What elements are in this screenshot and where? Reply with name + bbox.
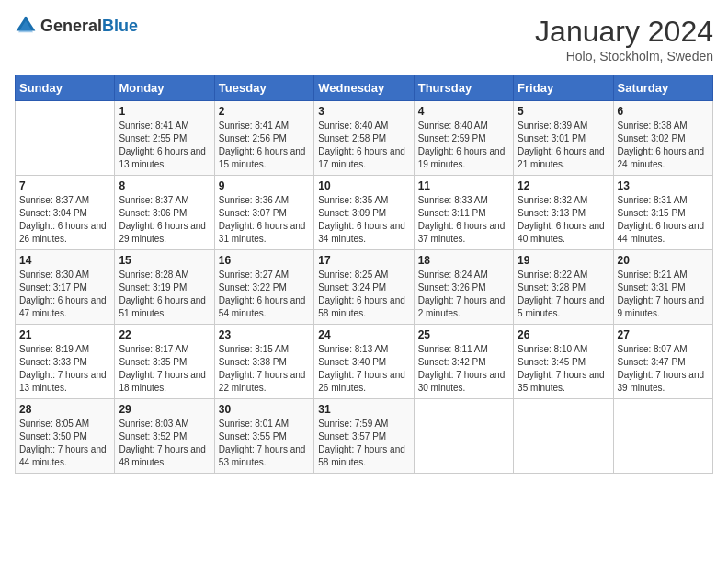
day-number: 11 bbox=[418, 179, 509, 192]
day-info: Sunrise: 8:32 AMSunset: 3:13 PMDaylight:… bbox=[518, 194, 609, 246]
calendar-cell: 23Sunrise: 8:15 AMSunset: 3:38 PMDayligh… bbox=[214, 325, 313, 399]
day-number: 18 bbox=[418, 254, 509, 267]
day-info: Sunrise: 8:37 AMSunset: 3:04 PMDaylight:… bbox=[19, 194, 110, 246]
calendar-cell: 27Sunrise: 8:07 AMSunset: 3:47 PMDayligh… bbox=[613, 325, 712, 399]
day-number: 22 bbox=[119, 328, 210, 341]
calendar-cell bbox=[514, 399, 613, 474]
day-info: Sunrise: 8:11 AMSunset: 3:42 PMDaylight:… bbox=[418, 343, 509, 395]
week-row-0: 1Sunrise: 8:41 AMSunset: 2:55 PMDaylight… bbox=[16, 101, 713, 176]
day-info: Sunrise: 7:59 AMSunset: 3:57 PMDaylight:… bbox=[318, 418, 409, 469]
calendar-cell: 5Sunrise: 8:39 AMSunset: 3:01 PMDaylight… bbox=[514, 101, 613, 176]
weekday-header-row: SundayMondayTuesdayWednesdayThursdayFrid… bbox=[16, 75, 713, 101]
week-row-4: 28Sunrise: 8:05 AMSunset: 3:50 PMDayligh… bbox=[16, 399, 713, 474]
day-number: 19 bbox=[518, 254, 609, 267]
calendar-cell bbox=[16, 101, 115, 176]
calendar-cell: 28Sunrise: 8:05 AMSunset: 3:50 PMDayligh… bbox=[16, 399, 115, 474]
calendar-cell: 19Sunrise: 8:22 AMSunset: 3:28 PMDayligh… bbox=[514, 250, 613, 325]
day-number: 28 bbox=[19, 403, 110, 416]
day-info: Sunrise: 8:07 AMSunset: 3:47 PMDaylight:… bbox=[618, 343, 709, 395]
day-info: Sunrise: 8:39 AMSunset: 3:01 PMDaylight:… bbox=[518, 120, 609, 171]
day-info: Sunrise: 8:13 AMSunset: 3:40 PMDaylight:… bbox=[318, 343, 409, 395]
day-info: Sunrise: 8:28 AMSunset: 3:19 PMDaylight:… bbox=[119, 269, 210, 320]
day-number: 23 bbox=[219, 328, 310, 341]
calendar-cell: 24Sunrise: 8:13 AMSunset: 3:40 PMDayligh… bbox=[314, 325, 414, 399]
day-number: 6 bbox=[618, 105, 709, 118]
day-info: Sunrise: 8:38 AMSunset: 3:02 PMDaylight:… bbox=[618, 120, 709, 171]
calendar-cell: 12Sunrise: 8:32 AMSunset: 3:13 PMDayligh… bbox=[514, 176, 613, 250]
day-info: Sunrise: 8:37 AMSunset: 3:06 PMDaylight:… bbox=[119, 194, 210, 246]
month-title: January 2024 bbox=[535, 15, 713, 49]
logo-general: General bbox=[40, 17, 102, 35]
day-number: 14 bbox=[19, 254, 110, 267]
day-info: Sunrise: 8:03 AMSunset: 3:52 PMDaylight:… bbox=[119, 418, 210, 469]
day-info: Sunrise: 8:33 AMSunset: 3:11 PMDaylight:… bbox=[418, 194, 509, 246]
logo-icon bbox=[15, 15, 37, 37]
day-number: 26 bbox=[518, 328, 609, 341]
weekday-header-saturday: Saturday bbox=[613, 75, 712, 101]
calendar-cell: 30Sunrise: 8:01 AMSunset: 3:55 PMDayligh… bbox=[214, 399, 313, 474]
title-block: January 2024 Holo, Stockholm, Sweden bbox=[535, 15, 713, 63]
week-row-2: 14Sunrise: 8:30 AMSunset: 3:17 PMDayligh… bbox=[16, 250, 713, 325]
day-info: Sunrise: 8:10 AMSunset: 3:45 PMDaylight:… bbox=[518, 343, 609, 395]
day-info: Sunrise: 8:40 AMSunset: 2:58 PMDaylight:… bbox=[318, 120, 409, 171]
day-number: 2 bbox=[219, 105, 310, 118]
location: Holo, Stockholm, Sweden bbox=[535, 49, 713, 63]
weekday-header-sunday: Sunday bbox=[16, 75, 115, 101]
weekday-header-tuesday: Tuesday bbox=[214, 75, 313, 101]
day-number: 8 bbox=[119, 179, 210, 192]
calendar-cell: 20Sunrise: 8:21 AMSunset: 3:31 PMDayligh… bbox=[613, 250, 712, 325]
calendar-cell bbox=[613, 399, 712, 474]
day-number: 29 bbox=[119, 403, 210, 416]
day-number: 4 bbox=[418, 105, 509, 118]
day-info: Sunrise: 8:15 AMSunset: 3:38 PMDaylight:… bbox=[219, 343, 310, 395]
day-number: 17 bbox=[318, 254, 409, 267]
day-info: Sunrise: 8:01 AMSunset: 3:55 PMDaylight:… bbox=[219, 418, 310, 469]
day-info: Sunrise: 8:40 AMSunset: 2:59 PMDaylight:… bbox=[418, 120, 509, 171]
day-info: Sunrise: 8:05 AMSunset: 3:50 PMDaylight:… bbox=[19, 418, 110, 469]
calendar-cell: 15Sunrise: 8:28 AMSunset: 3:19 PMDayligh… bbox=[115, 250, 214, 325]
calendar-cell: 16Sunrise: 8:27 AMSunset: 3:22 PMDayligh… bbox=[214, 250, 313, 325]
day-number: 3 bbox=[318, 105, 409, 118]
calendar-cell: 21Sunrise: 8:19 AMSunset: 3:33 PMDayligh… bbox=[16, 325, 115, 399]
day-number: 20 bbox=[618, 254, 709, 267]
day-info: Sunrise: 8:31 AMSunset: 3:15 PMDaylight:… bbox=[618, 194, 709, 246]
calendar-cell: 26Sunrise: 8:10 AMSunset: 3:45 PMDayligh… bbox=[514, 325, 613, 399]
day-number: 31 bbox=[318, 403, 409, 416]
day-number: 7 bbox=[19, 179, 110, 192]
day-number: 15 bbox=[119, 254, 210, 267]
weekday-header-wednesday: Wednesday bbox=[314, 75, 414, 101]
calendar-cell: 22Sunrise: 8:17 AMSunset: 3:35 PMDayligh… bbox=[115, 325, 214, 399]
day-info: Sunrise: 8:17 AMSunset: 3:35 PMDaylight:… bbox=[119, 343, 210, 395]
day-info: Sunrise: 8:27 AMSunset: 3:22 PMDaylight:… bbox=[219, 269, 310, 320]
day-number: 24 bbox=[318, 328, 409, 341]
day-number: 10 bbox=[318, 179, 409, 192]
calendar-cell: 11Sunrise: 8:33 AMSunset: 3:11 PMDayligh… bbox=[414, 176, 513, 250]
calendar-cell: 14Sunrise: 8:30 AMSunset: 3:17 PMDayligh… bbox=[16, 250, 115, 325]
logo: GeneralBlue bbox=[15, 15, 138, 37]
weekday-header-friday: Friday bbox=[514, 75, 613, 101]
day-number: 16 bbox=[219, 254, 310, 267]
day-number: 12 bbox=[518, 179, 609, 192]
day-info: Sunrise: 8:30 AMSunset: 3:17 PMDaylight:… bbox=[19, 269, 110, 320]
calendar-cell: 8Sunrise: 8:37 AMSunset: 3:06 PMDaylight… bbox=[115, 176, 214, 250]
day-info: Sunrise: 8:36 AMSunset: 3:07 PMDaylight:… bbox=[219, 194, 310, 246]
calendar-cell: 29Sunrise: 8:03 AMSunset: 3:52 PMDayligh… bbox=[115, 399, 214, 474]
page-header: GeneralBlue January 2024 Holo, Stockholm… bbox=[15, 15, 713, 63]
day-number: 25 bbox=[418, 328, 509, 341]
day-number: 13 bbox=[618, 179, 709, 192]
day-info: Sunrise: 8:21 AMSunset: 3:31 PMDaylight:… bbox=[618, 269, 709, 320]
day-number: 21 bbox=[19, 328, 110, 341]
day-number: 1 bbox=[119, 105, 210, 118]
day-number: 30 bbox=[219, 403, 310, 416]
calendar-cell: 2Sunrise: 8:41 AMSunset: 2:56 PMDaylight… bbox=[214, 101, 313, 176]
day-info: Sunrise: 8:22 AMSunset: 3:28 PMDaylight:… bbox=[518, 269, 609, 320]
week-row-3: 21Sunrise: 8:19 AMSunset: 3:33 PMDayligh… bbox=[16, 325, 713, 399]
calendar-cell: 17Sunrise: 8:25 AMSunset: 3:24 PMDayligh… bbox=[314, 250, 414, 325]
calendar-cell: 10Sunrise: 8:35 AMSunset: 3:09 PMDayligh… bbox=[314, 176, 414, 250]
calendar-cell: 18Sunrise: 8:24 AMSunset: 3:26 PMDayligh… bbox=[414, 250, 513, 325]
day-info: Sunrise: 8:24 AMSunset: 3:26 PMDaylight:… bbox=[418, 269, 509, 320]
day-info: Sunrise: 8:25 AMSunset: 3:24 PMDaylight:… bbox=[318, 269, 409, 320]
calendar-cell: 31Sunrise: 7:59 AMSunset: 3:57 PMDayligh… bbox=[314, 399, 414, 474]
week-row-1: 7Sunrise: 8:37 AMSunset: 3:04 PMDaylight… bbox=[16, 176, 713, 250]
calendar-cell: 3Sunrise: 8:40 AMSunset: 2:58 PMDaylight… bbox=[314, 101, 414, 176]
